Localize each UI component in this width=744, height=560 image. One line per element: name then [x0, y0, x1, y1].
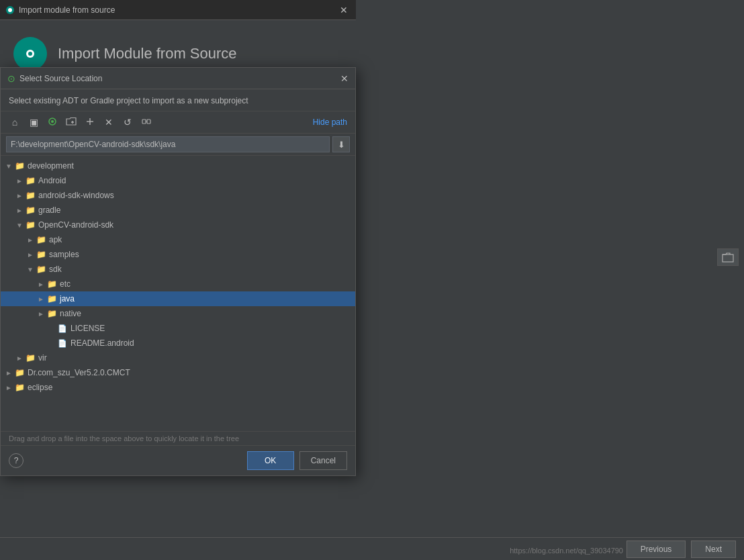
tree-item-license[interactable]: 📄 LICENSE	[1, 321, 355, 336]
tree-arrow-opencv[interactable]	[14, 220, 25, 230]
folder-icon-eclipse: 📁	[14, 382, 25, 393]
tree-item-opencv[interactable]: 📁 OpenCV-android-sdk	[1, 218, 355, 232]
tree-item-eclipse[interactable]: 📁 eclipse	[1, 380, 355, 395]
tree-label-android-sdk-windows: android-sdk-windows	[38, 191, 114, 200]
folder-icon-drcom: 📁	[14, 367, 25, 378]
help-button[interactable]: ?	[9, 453, 24, 468]
tree-arrow-vir[interactable]	[14, 353, 25, 363]
folder-icon-android: 📁	[25, 175, 36, 186]
tree-arrow-eclipse[interactable]	[3, 382, 14, 393]
import-module-title: Import Module from Source	[58, 45, 237, 62]
folder-icon-etc: 📁	[46, 279, 57, 289]
path-browse-button[interactable]: ⬇	[332, 136, 350, 152]
tree-item-readme[interactable]: 📄 README.android	[1, 336, 355, 351]
right-panel	[356, 20, 744, 560]
tree-item-android[interactable]: 📁 Android	[1, 173, 355, 188]
tree-arrow-apk[interactable]	[25, 234, 36, 245]
new-folder-icon	[66, 117, 77, 128]
tree-label-native: native	[60, 309, 81, 318]
tree-arrow-java[interactable]	[36, 293, 46, 304]
outer-window-title: Import module from source	[19, 5, 337, 15]
dialog-subtitle: Select existing ADT or Gradle project to…	[1, 89, 355, 111]
outer-titlebar: Import module from source ✕	[0, 0, 356, 20]
add-button[interactable]	[81, 114, 99, 130]
svg-point-1	[8, 8, 12, 12]
file-tree[interactable]: 📁 development 📁 Android 📁 android-sdk-wi…	[1, 156, 355, 431]
app-logo	[13, 37, 47, 71]
tree-item-gradle[interactable]: 📁 gradle	[1, 203, 355, 218]
dialog-close-button[interactable]: ✕	[340, 73, 348, 84]
desktop-icon: ▣	[30, 117, 38, 128]
delete-icon: ✕	[105, 117, 113, 128]
tree-item-samples[interactable]: 📁 samples	[1, 247, 355, 262]
delete-button[interactable]: ✕	[100, 114, 118, 130]
tree-label-development: development	[28, 161, 74, 171]
refresh-button[interactable]: ↺	[119, 114, 136, 130]
file-icon-license: 📄	[57, 323, 68, 334]
tree-arrow-native[interactable]	[36, 308, 46, 319]
svg-point-7	[51, 120, 54, 123]
tree-arrow-android-sdk-windows[interactable]	[14, 190, 25, 201]
drag-hint: Drag and drop a file into the space abov…	[1, 431, 355, 445]
tree-item-java[interactable]: 📁 java	[1, 291, 355, 306]
tree-label-license: LICENSE	[71, 324, 105, 333]
dialog-icon: ⊙	[7, 73, 15, 84]
new-folder-button[interactable]	[62, 114, 80, 130]
tree-item-drcom[interactable]: 📁 Dr.com_szu_Ver5.2.0.CMCT	[1, 365, 355, 380]
right-panel-file-button[interactable]	[717, 248, 739, 266]
project-button[interactable]	[44, 114, 61, 130]
watermark: https://blog.csdn.net/qq_39034790	[510, 547, 623, 555]
tree-label-sdk: sdk	[49, 265, 62, 274]
outer-close-button[interactable]: ✕	[337, 5, 351, 15]
tree-label-vir: vir	[38, 353, 47, 363]
download-icon: ⬇	[338, 140, 345, 150]
tree-arrow-drcom[interactable]	[3, 367, 14, 378]
dialog-titlebar: ⊙ Select Source Location ✕	[1, 68, 355, 89]
dialog-toolbar: ⌂ ▣	[1, 111, 355, 134]
folder-icon-apk: 📁	[36, 234, 46, 245]
tree-item-vir[interactable]: 📁 vir	[1, 351, 355, 365]
home-button[interactable]: ⌂	[6, 114, 24, 130]
tree-label-java: java	[60, 294, 75, 304]
tree-arrow-android[interactable]	[14, 175, 25, 186]
desktop-button[interactable]: ▣	[25, 114, 42, 130]
tree-item-etc[interactable]: 📁 etc	[1, 277, 355, 291]
tree-item-apk[interactable]: 📁 apk	[1, 232, 355, 247]
svg-rect-5	[723, 254, 733, 262]
ok-button[interactable]: OK	[247, 451, 294, 470]
hide-path-button[interactable]: Hide path	[310, 118, 350, 127]
add-icon	[85, 116, 95, 129]
dialog-footer: ? OK Cancel	[1, 445, 355, 475]
tree-item-android-sdk-windows[interactable]: 📁 android-sdk-windows	[1, 188, 355, 203]
tree-label-android: Android	[38, 176, 66, 185]
tree-arrow-sdk[interactable]	[25, 264, 36, 275]
tree-item-native[interactable]: 📁 native	[1, 306, 355, 321]
tree-item-development[interactable]: 📁 development	[1, 158, 355, 173]
tree-arrow-samples[interactable]	[25, 249, 36, 260]
tree-label-readme: README.android	[71, 338, 134, 348]
folder-icon-vir: 📁	[25, 353, 36, 363]
refresh-icon: ↺	[124, 117, 132, 128]
path-input[interactable]	[6, 136, 330, 152]
link-icon	[141, 116, 152, 129]
tree-label-eclipse: eclipse	[28, 383, 52, 392]
svg-rect-12	[142, 120, 146, 124]
app-icon	[5, 5, 15, 15]
cancel-button[interactable]: Cancel	[299, 451, 347, 470]
folder-icon-java: 📁	[46, 293, 57, 304]
folder-icon-opencv: 📁	[25, 220, 36, 230]
tree-label-samples: samples	[49, 250, 79, 259]
tree-arrow-etc[interactable]	[36, 279, 46, 289]
next-button[interactable]: Next	[691, 541, 736, 558]
home-icon: ⌂	[12, 117, 17, 128]
link-button[interactable]	[138, 114, 155, 130]
tree-item-sdk[interactable]: 📁 sdk	[1, 262, 355, 277]
tree-arrow-gradle[interactable]	[14, 205, 25, 216]
folder-icon-samples: 📁	[36, 249, 46, 260]
folder-icon-android-sdk-windows: 📁	[25, 190, 36, 201]
folder-icon-gradle: 📁	[25, 205, 36, 216]
previous-button[interactable]: Previous	[626, 541, 686, 558]
tree-arrow-development[interactable]	[3, 160, 14, 171]
dialog-title: Select Source Location	[19, 74, 340, 83]
svg-rect-13	[147, 120, 150, 124]
